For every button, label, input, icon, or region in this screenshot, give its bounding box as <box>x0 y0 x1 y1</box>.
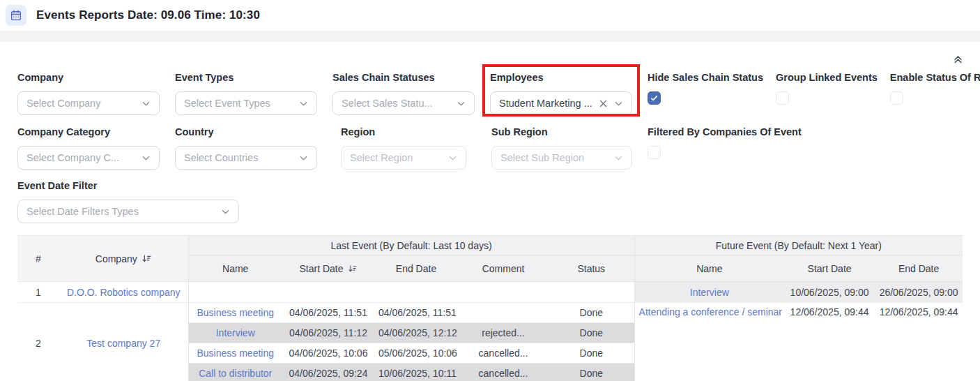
table-row: 1 D.O.O. Robotics company Interview 10/0… <box>17 282 963 303</box>
chevron-down-icon <box>299 99 308 108</box>
col-header-company[interactable]: Company <box>59 236 188 282</box>
last-name-cell: Business meeting <box>188 343 282 364</box>
event-types-select[interactable]: Select Event Types <box>175 91 317 115</box>
topbar: Events Reports Date: 09.06 Time: 10:30 <box>0 0 980 31</box>
employees-select[interactable]: Student Marketing ... <box>490 91 632 115</box>
region-label: Region <box>341 126 466 137</box>
event-date-filter-select[interactable]: Select Date Filters Types <box>17 200 239 223</box>
row-index: 1 <box>17 282 59 303</box>
filtered-by-companies-of-event-label: Filtered By Companies Of Event <box>648 126 802 137</box>
filter-event-date: Event Date Filter Select Date Filters Ty… <box>17 180 239 223</box>
events-table-wrap: # Company Last Event (By Default: Last 1… <box>17 235 963 381</box>
sales-chain-statuses-select[interactable]: Select Sales Statu... <box>332 91 475 115</box>
filter-row-3: Event Date Filter Select Date Filters Ty… <box>17 180 239 223</box>
last-event-link[interactable]: Call to distributor <box>199 368 272 379</box>
filter-company-category: Company Category Select Company C... <box>17 126 160 170</box>
employees-selected-value: Student Marketing ... <box>499 98 592 109</box>
sub-region-select[interactable]: Select Sub Region <box>491 146 632 170</box>
future-end-date-header[interactable]: End Date <box>875 255 963 282</box>
event-types-label: Event Types <box>175 72 317 83</box>
company-link[interactable]: D.O.O. Robotics company <box>67 287 181 298</box>
toggle-enable-status-of-result: Enable Status Of Result <box>890 72 980 105</box>
filter-sub-region: Sub Region Select Sub Region <box>491 126 632 170</box>
calendar-icon[interactable] <box>6 5 26 26</box>
last-comment-cell: cancelled... <box>458 364 549 381</box>
company-cell: Test company 27 <box>59 303 188 381</box>
company-category-select[interactable]: Select Company C... <box>17 146 160 170</box>
country-label: Country <box>175 126 317 137</box>
last-end-cell: 05/06/2025, 10:06 <box>374 343 458 364</box>
last-comment-header: Comment <box>458 255 549 282</box>
last-comment-cell <box>458 282 549 303</box>
events-reports-page: Events Reports Date: 09.06 Time: 10:30 C… <box>0 0 980 381</box>
last-event-group-header: Last Event (By Default: Last 10 days) <box>188 236 634 255</box>
group-linked-events-checkbox[interactable] <box>776 91 789 105</box>
future-end-cell: 12/06/2025, 09:44 <box>875 303 963 381</box>
last-end-cell <box>374 282 458 303</box>
chevron-down-icon <box>141 154 151 163</box>
last-name-cell <box>188 282 282 303</box>
company-label: Company <box>17 72 160 83</box>
chevron-down-icon <box>614 154 623 163</box>
checkbox-check-icon <box>650 94 659 103</box>
sub-region-label: Sub Region <box>491 126 632 137</box>
future-end-cell: 26/06/2025, 09:00 <box>875 282 963 303</box>
col-header-num[interactable]: # <box>17 236 59 282</box>
toggle-filtered-by-companies-of-event: Filtered By Companies Of Event <box>648 126 802 159</box>
last-start-cell: 04/06/2025, 10:06 <box>282 343 374 364</box>
future-event-link[interactable]: Interview <box>690 287 729 298</box>
last-start-date-header[interactable]: Start Date <box>282 255 374 282</box>
filter-sales-chain-statuses: Sales Chain Statuses Select Sales Statu.… <box>332 72 475 115</box>
last-name-cell: Business meeting <box>188 303 282 323</box>
event-date-filter-label: Event Date Filter <box>17 180 239 191</box>
toggle-group: Hide Sales Chain Status Group Linked Eve… <box>648 72 980 105</box>
future-start-date-header[interactable]: Start Date <box>784 255 875 282</box>
collapse-double-chevron-up-icon[interactable] <box>953 54 963 65</box>
filter-employees: Employees Student Marketing ... <box>490 72 632 115</box>
last-status-cell: Done <box>549 364 634 381</box>
last-end-cell: 10/06/2025, 10:11 <box>374 364 458 381</box>
country-select[interactable]: Select Countries <box>175 146 317 170</box>
toggle-hide-sales-chain-status: Hide Sales Chain Status <box>648 72 763 105</box>
sort-icon[interactable] <box>348 264 358 274</box>
company-link[interactable]: Test company 27 <box>86 338 160 349</box>
clear-x-icon[interactable] <box>598 98 608 109</box>
last-status-cell: Done <box>549 323 634 343</box>
last-event-link[interactable]: Business meeting <box>197 307 274 318</box>
last-end-cell: 04/06/2025, 11:51 <box>374 303 458 323</box>
last-name-header[interactable]: Name <box>188 255 282 282</box>
last-comment-cell: cancelled... <box>458 343 549 364</box>
company-select[interactable]: Select Company <box>17 91 160 115</box>
last-comment-cell <box>458 303 549 323</box>
sales-chain-statuses-label: Sales Chain Statuses <box>332 72 475 83</box>
future-name-header[interactable]: Name <box>634 255 784 282</box>
future-event-link[interactable]: Attending a conference / seminar <box>639 306 782 318</box>
filter-region: Region Select Region <box>341 126 466 170</box>
group-linked-events-label: Group Linked Events <box>776 72 878 83</box>
filtered-by-companies-of-event-checkbox[interactable] <box>648 146 661 159</box>
last-comment-cell: rejected... <box>458 323 549 343</box>
last-status-header: Status <box>549 255 634 282</box>
hide-sales-chain-status-label: Hide Sales Chain Status <box>648 72 763 83</box>
last-status-cell: Done <box>549 343 634 364</box>
enable-status-of-result-checkbox[interactable] <box>890 91 903 105</box>
last-status-cell <box>549 282 634 303</box>
last-event-link[interactable]: Interview <box>216 327 255 338</box>
last-start-cell <box>282 282 374 303</box>
filter-panel: Company Select Company Event Types Selec… <box>0 42 980 381</box>
chevron-down-icon <box>299 154 308 163</box>
hide-sales-chain-status-checkbox[interactable] <box>648 91 661 105</box>
company-cell: D.O.O. Robotics company <box>59 282 188 303</box>
last-end-date-header[interactable]: End Date <box>374 255 458 282</box>
future-event-group-header: Future Event (By Default: Next 1 Year) <box>634 236 963 255</box>
filter-row-2: Company Category Select Company C... Cou… <box>17 126 802 170</box>
last-event-link[interactable]: Business meeting <box>197 348 274 359</box>
region-select[interactable]: Select Region <box>341 146 466 170</box>
table-row: 2 Test company 27 Business meeting 04/06… <box>17 303 963 323</box>
filter-company: Company Select Company <box>17 72 160 115</box>
last-end-cell: 04/06/2025, 12:12 <box>374 323 458 343</box>
enable-status-of-result-label: Enable Status Of Result <box>890 72 980 83</box>
sort-icon[interactable] <box>141 253 152 264</box>
chevron-down-icon <box>221 207 230 216</box>
company-category-label: Company Category <box>17 126 160 137</box>
